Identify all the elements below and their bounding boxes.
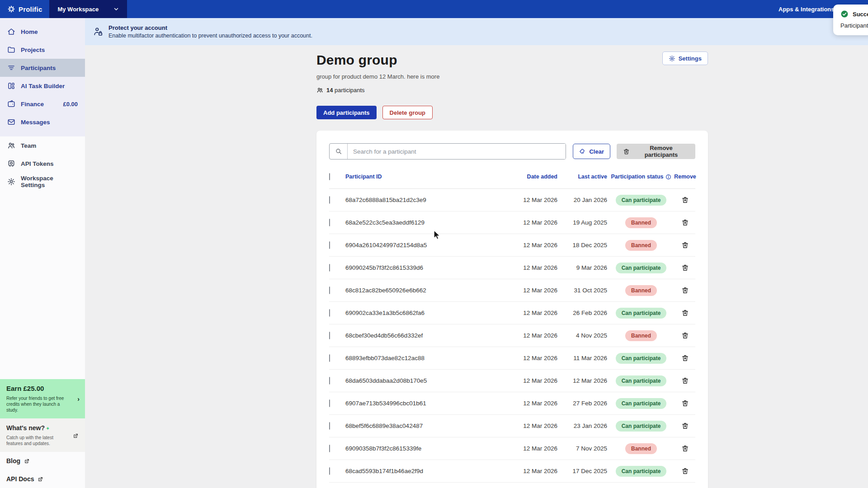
gear-icon [669, 55, 675, 62]
column-header-participant-id[interactable]: Participant ID [345, 174, 512, 180]
last-active: 20 Jan 2026 [557, 197, 607, 203]
external-link-icon [24, 458, 30, 464]
success-toast[interactable]: Success Participant [833, 5, 868, 35]
sidebar-item-workspace-settings[interactable]: Workspace Settings [0, 173, 85, 191]
sidebar: Home Projects Participants AI Task Build… [0, 18, 85, 488]
trash-icon [681, 332, 689, 339]
search-input[interactable] [348, 144, 566, 159]
people-icon [7, 141, 15, 150]
row-checkbox[interactable] [329, 467, 330, 475]
remove-row-button[interactable] [679, 307, 691, 319]
trash-icon [681, 445, 689, 452]
referral-promo-card[interactable]: Earn £25.00 Refer your friends to get fr… [0, 379, 85, 418]
remove-row-button[interactable] [679, 420, 691, 432]
status-badge: Banned [625, 443, 657, 454]
row-checkbox[interactable] [329, 377, 330, 385]
date-added: 12 Mar 2026 [512, 332, 557, 339]
delete-group-button[interactable]: Delete group [382, 106, 433, 119]
remove-row-button[interactable] [679, 330, 691, 341]
remove-row-button[interactable] [679, 217, 691, 228]
last-active: 17 Dec 2025 [557, 468, 607, 474]
apps-integrations-link[interactable]: Apps & Integrations [778, 0, 835, 18]
row-checkbox[interactable] [329, 399, 330, 407]
select-all-checkbox[interactable] [329, 173, 330, 180]
workspace-selector[interactable]: My Workspace [49, 0, 127, 18]
sidebar-item-api-tokens[interactable]: API Tokens [0, 155, 85, 173]
user-lock-icon [93, 27, 103, 37]
settings-button[interactable]: Settings [662, 52, 708, 65]
row-checkbox[interactable] [329, 445, 330, 452]
participant-id: 69090245b7f3f2c8615339d6 [345, 264, 512, 271]
trash-icon [623, 148, 630, 155]
search-icon [330, 144, 348, 159]
prolific-logo[interactable]: Prolific [0, 5, 49, 13]
sidebar-item-finance[interactable]: Finance £0.00 [0, 95, 85, 113]
trash-icon [681, 196, 689, 204]
trash-icon [681, 354, 689, 362]
sidebar-item-label: Finance [21, 101, 44, 108]
sidebar-item-team[interactable]: Team [0, 136, 85, 155]
status-badge: Can participate [616, 308, 667, 319]
row-checkbox[interactable] [329, 332, 330, 339]
add-participants-button[interactable]: Add participants [316, 106, 377, 119]
clear-button[interactable]: Clear [573, 144, 610, 159]
column-header-remove[interactable]: Remove [675, 174, 695, 180]
status-badge: Can participate [616, 353, 667, 364]
participant-id: 68cad5593b174f1b46ae2f9d [345, 468, 512, 474]
grid-icon [7, 82, 15, 90]
remove-row-button[interactable] [679, 285, 691, 296]
sidebar-item-projects[interactable]: Projects [0, 41, 85, 59]
whats-new-title: What's new? [6, 424, 45, 432]
whats-new-card[interactable]: What's new?✦ Catch up with the latest fe… [0, 418, 85, 452]
remove-row-button[interactable] [679, 262, 691, 273]
sidebar-item-home[interactable]: Home [0, 23, 85, 41]
row-checkbox[interactable] [329, 241, 330, 249]
remove-row-button[interactable] [679, 465, 691, 477]
sidebar-item-ai-task-builder[interactable]: AI Task Builder [0, 77, 85, 95]
api-docs-label: API Docs [6, 475, 34, 483]
participants-count-row: 14 participants [316, 87, 708, 94]
row-checkbox[interactable] [329, 354, 330, 362]
status-badge: Banned [625, 285, 657, 296]
column-header-date-added[interactable]: Date added [512, 174, 557, 180]
table-toolbar: Clear Remove participants [329, 143, 695, 160]
row-checkbox[interactable] [329, 286, 330, 294]
remove-row-button[interactable] [679, 375, 691, 386]
trash-icon [681, 309, 689, 317]
row-checkbox[interactable] [329, 422, 330, 430]
row-checkbox[interactable] [329, 309, 330, 317]
trash-icon [681, 241, 689, 249]
sidebar-primary-group: Home Projects Participants AI Task Build… [0, 18, 85, 136]
api-docs-link[interactable]: API Docs [0, 470, 85, 488]
banner-title: Protect your account [108, 24, 312, 31]
remove-participants-button[interactable]: Remove participants [617, 144, 695, 159]
remove-row-button[interactable] [679, 239, 691, 251]
column-header-participation-status[interactable]: Participation status [611, 174, 664, 180]
date-added: 12 Mar 2026 [512, 445, 557, 452]
date-added: 12 Mar 2026 [512, 264, 557, 271]
mfa-banner: Protect your account Enable multifactor … [85, 18, 868, 45]
table-row: 68893efbb073dae82c12ac88 12 Mar 2026 11 … [329, 347, 695, 370]
trash-icon [681, 467, 689, 475]
remove-row-button[interactable] [679, 352, 691, 364]
column-header-last-active[interactable]: Last active [557, 174, 607, 180]
table-row: 68da6503ddabaa2d08b170e5 12 Mar 2026 12 … [329, 370, 695, 392]
trash-icon [681, 286, 689, 294]
blog-link[interactable]: Blog [0, 452, 85, 470]
remove-row-button[interactable] [679, 194, 691, 206]
sidebar-item-participants[interactable]: Participants [0, 59, 85, 77]
table-row: 690902ca33e1a3b5c6862fa6 12 Mar 2026 26 … [329, 302, 695, 324]
remove-row-button[interactable] [679, 398, 691, 409]
row-checkbox[interactable] [329, 196, 330, 204]
info-icon[interactable] [665, 174, 671, 180]
row-checkbox[interactable] [329, 264, 330, 272]
group-actions: Add participants Delete group [316, 106, 708, 119]
row-checkbox[interactable] [329, 219, 330, 226]
users-icon [316, 87, 323, 94]
finance-balance: £0.00 [63, 101, 78, 108]
clear-label: Clear [589, 148, 604, 155]
sidebar-item-messages[interactable]: Messages [0, 113, 85, 131]
blog-label: Blog [6, 457, 20, 465]
remove-row-button[interactable] [679, 443, 691, 454]
last-active: 18 Dec 2025 [557, 242, 607, 249]
